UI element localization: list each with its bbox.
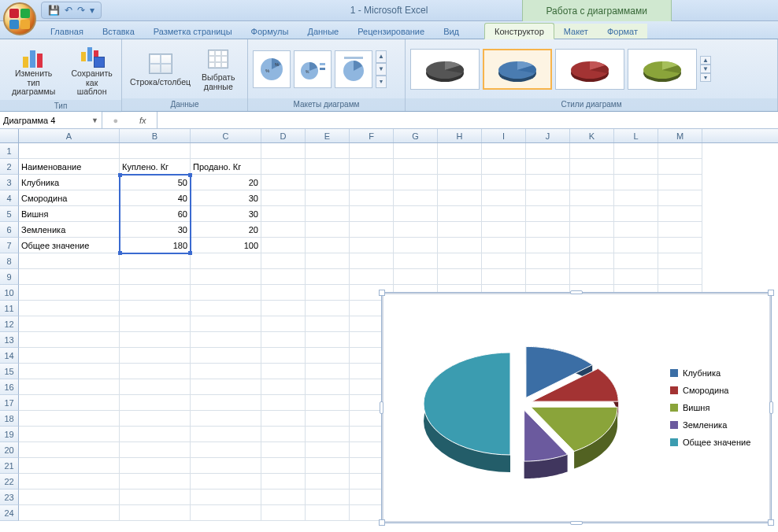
gallery-up-icon[interactable]: ▲ <box>376 50 387 63</box>
cell[interactable] <box>261 332 306 348</box>
cell[interactable] <box>526 253 570 269</box>
row-header[interactable]: 12 <box>0 316 19 332</box>
cell[interactable] <box>306 143 350 159</box>
cell[interactable]: Куплено. Кг <box>120 159 191 175</box>
column-header[interactable]: C <box>191 129 261 142</box>
cell[interactable]: 60 <box>120 206 191 222</box>
legend-item[interactable]: Общее значение <box>670 438 758 447</box>
cell[interactable] <box>191 474 261 490</box>
legend-item[interactable]: Вишня <box>670 403 758 412</box>
tab-insert[interactable]: Вставка <box>93 24 144 39</box>
cell[interactable] <box>120 395 191 411</box>
cell[interactable] <box>19 253 120 269</box>
cell[interactable]: Вишня <box>19 206 120 222</box>
cell[interactable]: 20 <box>191 175 261 190</box>
cell[interactable] <box>306 490 350 505</box>
column-header[interactable]: J <box>526 129 570 142</box>
row-header[interactable]: 16 <box>0 379 19 395</box>
cell[interactable] <box>482 159 526 175</box>
tab-format[interactable]: Формат <box>598 24 647 39</box>
fx-icon[interactable]: fx <box>139 116 146 125</box>
cell[interactable] <box>482 175 526 190</box>
cell[interactable] <box>120 490 191 505</box>
cell[interactable] <box>570 222 614 238</box>
cell[interactable] <box>658 253 702 269</box>
cell[interactable] <box>306 159 350 175</box>
cell[interactable] <box>120 379 191 395</box>
tab-formulas[interactable]: Формулы <box>242 24 298 39</box>
cell[interactable] <box>120 285 191 301</box>
cell[interactable] <box>570 269 614 285</box>
cell[interactable] <box>658 222 702 238</box>
cell[interactable]: Общее значение <box>19 238 120 253</box>
cell[interactable] <box>261 190 306 206</box>
cell[interactable] <box>438 159 482 175</box>
cell[interactable] <box>261 505 306 521</box>
chart-resize-handle[interactable] <box>379 519 385 526</box>
column-header[interactable]: E <box>306 129 350 142</box>
cell[interactable] <box>614 253 658 269</box>
tab-review[interactable]: Рецензирование <box>348 24 434 39</box>
cell[interactable] <box>614 206 658 222</box>
cell[interactable] <box>438 238 482 253</box>
cell[interactable]: 180 <box>120 238 191 253</box>
cell[interactable] <box>350 159 394 175</box>
cell[interactable] <box>482 269 526 285</box>
cell[interactable] <box>614 143 658 159</box>
cell[interactable] <box>261 490 306 505</box>
cell[interactable] <box>482 222 526 238</box>
cell[interactable] <box>261 411 306 427</box>
cell[interactable] <box>526 159 570 175</box>
cell[interactable] <box>614 269 658 285</box>
cell[interactable] <box>19 332 120 348</box>
row-header[interactable]: 10 <box>0 285 19 301</box>
cell[interactable] <box>306 427 350 442</box>
cell[interactable] <box>261 159 306 175</box>
cell[interactable] <box>306 364 350 379</box>
cell[interactable] <box>482 253 526 269</box>
column-header[interactable]: F <box>350 129 394 142</box>
cell[interactable] <box>19 301 120 316</box>
cell[interactable] <box>306 269 350 285</box>
cell[interactable] <box>19 316 120 332</box>
change-chart-type-button[interactable]: Изменить типдиаграммы <box>5 41 62 98</box>
cell[interactable] <box>306 379 350 395</box>
cell[interactable]: Смородина <box>19 190 120 206</box>
name-box[interactable]: ▼ <box>0 112 102 128</box>
cell[interactable]: 30 <box>191 190 261 206</box>
tab-data[interactable]: Данные <box>298 24 348 39</box>
cell[interactable] <box>658 159 702 175</box>
cell[interactable] <box>261 379 306 395</box>
cell[interactable] <box>306 411 350 427</box>
chart-plot-area[interactable] <box>388 313 670 502</box>
cell[interactable] <box>120 301 191 316</box>
chart-resize-handle[interactable] <box>768 519 774 526</box>
gallery-down-icon[interactable]: ▼ <box>700 65 711 73</box>
redo-icon[interactable]: ↷ <box>77 5 85 16</box>
cell[interactable] <box>191 285 261 301</box>
cell[interactable] <box>394 206 438 222</box>
column-header[interactable]: G <box>394 129 438 142</box>
cell[interactable] <box>394 143 438 159</box>
cell[interactable] <box>482 238 526 253</box>
cell[interactable] <box>306 222 350 238</box>
cell[interactable] <box>394 253 438 269</box>
chart-style-4[interactable] <box>628 49 697 90</box>
cell[interactable] <box>261 301 306 316</box>
cell[interactable] <box>191 301 261 316</box>
formula-bar-input[interactable] <box>157 112 778 128</box>
cell[interactable] <box>19 348 120 364</box>
cell[interactable] <box>394 238 438 253</box>
column-header[interactable]: M <box>658 129 702 142</box>
cell[interactable] <box>526 206 570 222</box>
cell[interactable] <box>306 206 350 222</box>
chart-resize-handle[interactable] <box>380 401 383 414</box>
chart-resize-handle[interactable] <box>379 290 385 296</box>
cell[interactable] <box>438 253 482 269</box>
cell[interactable] <box>261 143 306 159</box>
row-header[interactable]: 17 <box>0 395 19 411</box>
cell[interactable] <box>120 458 191 474</box>
row-header[interactable]: 9 <box>0 269 19 285</box>
cell[interactable] <box>438 175 482 190</box>
row-header[interactable]: 13 <box>0 332 19 348</box>
